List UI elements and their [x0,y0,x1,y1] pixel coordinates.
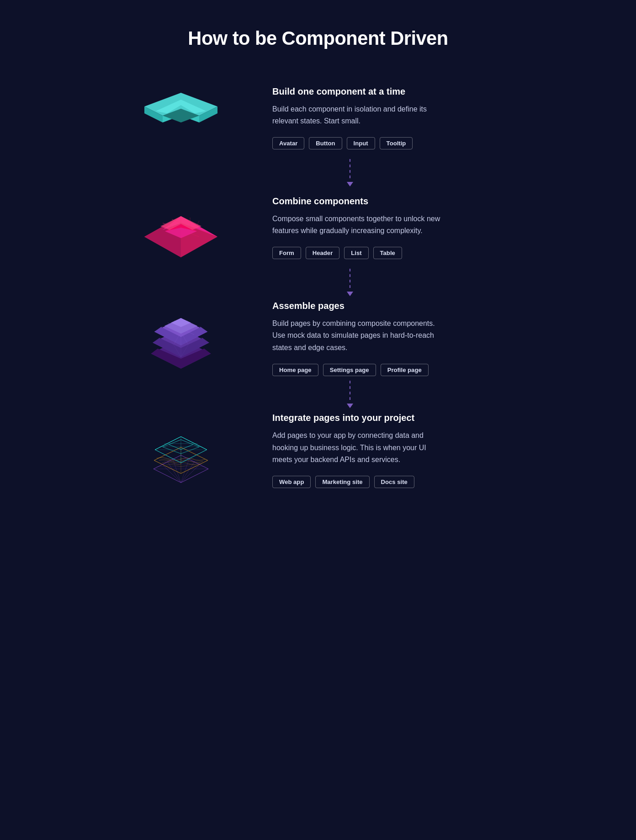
step-4-title: Integrate pages into your project [272,413,519,423]
step-3-tags: Home page Settings page Profile page [272,364,519,376]
tag-tooltip: Tooltip [380,137,413,149]
step-1-tags: Avatar Button Input Tooltip [272,137,519,149]
connector-line-3 [350,381,350,403]
connector-arrow-3 [347,404,353,408]
step-4-content: Integrate pages into your project Add pa… [272,413,519,488]
step-2-description: Compose small components together to unl… [272,213,446,237]
step-2-illustration [131,191,231,264]
step-3-visual [117,302,245,375]
step-1-visual [117,81,245,154]
tag-docs-site: Docs site [374,476,414,488]
tag-marketing-site: Marketing site [315,476,369,488]
connector-arrow-2 [347,292,353,296]
connector-2 [181,264,519,301]
page-title: How to be Component Driven [117,27,519,49]
tag-header: Header [306,247,339,259]
step-4-illustration [131,414,231,487]
tag-web-app: Web app [272,476,311,488]
tag-input: Input [347,137,375,149]
step-2: Combine components Compose small compone… [117,191,519,264]
step-1-title: Build one component at a time [272,86,519,97]
tag-table: Table [373,247,402,259]
step-3-content: Assemble pages Build pages by combining … [272,301,519,376]
step-3: Assemble pages Build pages by combining … [117,301,519,376]
connector-line-1 [350,159,350,181]
tag-profile-page: Profile page [381,364,429,376]
step-1-description: Build each component in isolation and de… [272,103,446,128]
tag-form: Form [272,247,301,259]
connector-arrow-1 [347,182,353,186]
step-4: Integrate pages into your project Add pa… [117,413,519,488]
step-2-content: Combine components Compose small compone… [272,196,519,260]
step-4-visual [117,414,245,487]
step-1: Build one component at a time Build each… [117,81,519,154]
tag-avatar: Avatar [272,137,304,149]
step-4-tags: Web app Marketing site Docs site [272,476,519,488]
step-2-title: Combine components [272,196,519,207]
step-2-tags: Form Header List Table [272,247,519,259]
connector-line-2 [350,269,350,291]
step-3-title: Assemble pages [272,301,519,311]
step-4-description: Add pages to your app by connecting data… [272,430,446,466]
step-3-description: Build pages by combining composite compo… [272,318,446,354]
tag-home-page: Home page [272,364,318,376]
tag-settings-page: Settings page [323,364,376,376]
step-1-content: Build one component at a time Build each… [272,86,519,150]
step-2-visual [117,191,245,264]
step-3-illustration [131,302,231,375]
tag-button: Button [309,137,342,149]
page-wrapper: How to be Component Driven Build one com… [99,0,537,525]
tag-list: List [344,247,368,259]
connector-1 [181,154,519,191]
connector-3 [181,376,519,413]
step-1-illustration [131,81,231,154]
